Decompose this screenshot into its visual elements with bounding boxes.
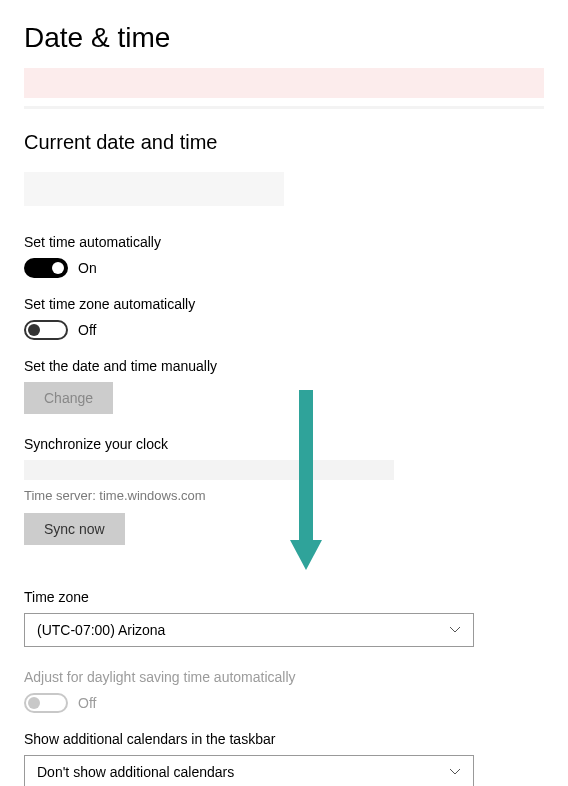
chevron-down-icon <box>449 766 461 778</box>
manual-datetime-label: Set the date and time manually <box>24 358 544 374</box>
info-banner <box>24 68 544 98</box>
set-time-auto-state: On <box>78 260 97 276</box>
timezone-value: (UTC-07:00) Arizona <box>37 622 165 638</box>
chevron-down-icon <box>449 624 461 636</box>
set-time-auto-toggle[interactable] <box>24 258 68 278</box>
dst-label: Adjust for daylight saving time automati… <box>24 669 544 685</box>
dst-state: Off <box>78 695 96 711</box>
sync-status-placeholder <box>24 460 394 480</box>
section-title: Current date and time <box>24 131 544 154</box>
sync-clock-label: Synchronize your clock <box>24 436 544 452</box>
page-title: Date & time <box>24 22 544 54</box>
divider-bar <box>24 106 544 109</box>
sync-now-button[interactable]: Sync now <box>24 513 125 545</box>
change-button[interactable]: Change <box>24 382 113 414</box>
set-tz-auto-state: Off <box>78 322 96 338</box>
set-time-auto-label: Set time automatically <box>24 234 544 250</box>
additional-calendars-select[interactable]: Don't show additional calendars <box>24 755 474 786</box>
dst-toggle <box>24 693 68 713</box>
set-tz-auto-toggle[interactable] <box>24 320 68 340</box>
additional-calendars-value: Don't show additional calendars <box>37 764 234 780</box>
time-server-text: Time server: time.windows.com <box>24 488 544 503</box>
additional-calendars-label: Show additional calendars in the taskbar <box>24 731 544 747</box>
set-tz-auto-label: Set time zone automatically <box>24 296 544 312</box>
timezone-select[interactable]: (UTC-07:00) Arizona <box>24 613 474 647</box>
timezone-label: Time zone <box>24 589 544 605</box>
datetime-display-placeholder <box>24 172 284 206</box>
